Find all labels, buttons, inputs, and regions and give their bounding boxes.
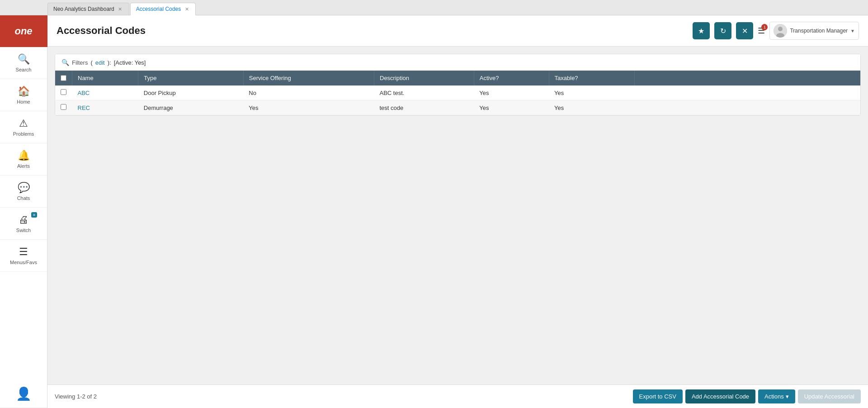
- row-checkbox-cell: [55, 100, 72, 115]
- filter-icon: 🔍: [61, 59, 69, 66]
- row-service-offering-cell: No: [243, 85, 374, 100]
- table-header-row: Name Type Service Offering Description A…: [55, 71, 860, 85]
- tab-bar: Neo Analytics Dashboard ✕ Accessorial Co…: [0, 0, 868, 15]
- viewing-text: Viewing 1-2 of 2: [55, 393, 97, 400]
- table-row: ABC Door Pickup No ABC test. Yes Yes: [55, 85, 860, 100]
- sidebar-alerts-label: Alerts: [17, 163, 30, 169]
- export-csv-button[interactable]: Export to CSV: [633, 389, 683, 403]
- row-taxable-cell: Yes: [549, 100, 634, 115]
- main-content: 🔍 Filters ( edit ): [Active: Yes]: [47, 47, 868, 384]
- table-header-taxable: Taxable?: [549, 71, 634, 85]
- refresh-button[interactable]: ↻: [714, 22, 731, 39]
- menus-favs-icon: ☰: [19, 246, 28, 258]
- row-description-cell: test code: [374, 100, 474, 115]
- row-extra-cell: [634, 100, 860, 115]
- table-header-name: Name: [72, 71, 138, 85]
- filter-edit-link[interactable]: edit: [95, 59, 105, 66]
- page-header: Accessorial Codes ★ ↻ ✕ ☰ 1: [47, 15, 868, 47]
- table-header-service-offering: Service Offering: [243, 71, 374, 85]
- switch-icon: 🖨: [19, 214, 28, 226]
- sidebar-item-alerts[interactable]: 🔔 Alerts: [0, 143, 47, 176]
- row-active-cell: Yes: [474, 100, 549, 115]
- tab-accessorial-codes-label: Accessorial Codes: [136, 6, 181, 12]
- table-header-description: Description: [374, 71, 474, 85]
- sidebar-item-home[interactable]: 🏠 Home: [0, 79, 47, 111]
- select-all-checkbox[interactable]: [61, 75, 66, 81]
- menu-badge: 1: [761, 24, 768, 30]
- sidebar-item-switch[interactable]: ≡ 🖨 Switch: [0, 208, 47, 240]
- filter-active-text: [Active: Yes]: [114, 59, 146, 66]
- switch-badge: ≡: [31, 212, 37, 218]
- actions-label: Actions: [764, 393, 784, 400]
- user-caret-icon: ▼: [850, 28, 855, 33]
- user-name: Transportation Manager: [790, 28, 848, 34]
- close-button[interactable]: ✕: [736, 22, 753, 39]
- problems-icon: ⚠: [19, 118, 28, 129]
- home-icon: 🏠: [18, 85, 30, 97]
- accessorial-codes-table: Name Type Service Offering Description A…: [55, 71, 860, 115]
- tab-neo-analytics[interactable]: Neo Analytics Dashboard ✕: [47, 3, 129, 15]
- avatar: [774, 24, 787, 38]
- sidebar-switch-label: Switch: [16, 228, 31, 233]
- sidebar-menus-favs-label: Menus/Favs: [10, 260, 37, 265]
- sidebar-item-search[interactable]: 🔍 Search: [0, 47, 47, 79]
- row-checkbox-cell: [55, 85, 72, 100]
- sidebar-item-chats[interactable]: 💬 Chats: [0, 176, 47, 208]
- row-name-link[interactable]: ABC: [78, 90, 90, 96]
- user-dropdown[interactable]: Transportation Manager ▼: [769, 22, 859, 40]
- update-accessorial-button[interactable]: Update Accessorial: [798, 389, 861, 403]
- chats-icon: 💬: [18, 182, 30, 194]
- user-profile-icon: 👤: [16, 386, 32, 401]
- tab-neo-analytics-close[interactable]: ✕: [117, 6, 123, 12]
- content-area: Accessorial Codes ★ ↻ ✕ ☰ 1: [47, 15, 868, 408]
- row-name-link[interactable]: REC: [78, 104, 90, 111]
- favorite-button[interactable]: ★: [693, 22, 710, 39]
- sidebar: one 🔍 Search 🏠 Home ⚠ Problems 🔔 Alerts …: [0, 15, 47, 408]
- row-type-cell: Demurrage: [138, 100, 243, 115]
- svg-point-1: [778, 27, 783, 31]
- data-panel: 🔍 Filters ( edit ): [Active: Yes]: [55, 54, 861, 116]
- page-title: Accessorial Codes: [57, 25, 146, 37]
- add-accessorial-code-button[interactable]: Add Accessorial Code: [685, 389, 755, 403]
- bottom-bar: Viewing 1-2 of 2 Export to CSV Add Acces…: [47, 384, 868, 408]
- sidebar-search-label: Search: [16, 67, 32, 72]
- main-layout: one 🔍 Search 🏠 Home ⚠ Problems 🔔 Alerts …: [0, 15, 868, 408]
- row-taxable-cell: Yes: [549, 85, 634, 100]
- filter-paren-close: ):: [108, 59, 111, 66]
- row-name-cell: ABC: [72, 85, 138, 100]
- sidebar-home-label: Home: [17, 99, 30, 104]
- filter-paren-open: (: [90, 59, 92, 66]
- table-header-extra: [634, 71, 860, 85]
- table-header-checkbox-col: [55, 71, 72, 85]
- table-header-active: Active?: [474, 71, 549, 85]
- actions-button[interactable]: Actions ▾: [758, 389, 795, 403]
- actions-caret-icon: ▾: [786, 393, 789, 400]
- row-description-cell: ABC test.: [374, 85, 474, 100]
- sidebar-problems-label: Problems: [13, 131, 34, 137]
- row-service-offering-cell: Yes: [243, 100, 374, 115]
- search-icon: 🔍: [18, 53, 30, 65]
- row-checkbox[interactable]: [61, 89, 66, 95]
- header-right: ★ ↻ ✕ ☰ 1 Transportation Manager: [693, 22, 859, 40]
- sidebar-chats-label: Chats: [17, 195, 30, 201]
- tab-accessorial-codes[interactable]: Accessorial Codes ✕: [130, 3, 196, 15]
- sidebar-item-problems[interactable]: ⚠ Problems: [0, 111, 47, 143]
- alerts-icon: 🔔: [18, 150, 30, 161]
- bottom-actions: Export to CSV Add Accessorial Code Actio…: [633, 389, 861, 403]
- row-active-cell: Yes: [474, 85, 549, 100]
- tab-neo-analytics-label: Neo Analytics Dashboard: [53, 6, 114, 12]
- table-header-type: Type: [138, 71, 243, 85]
- menu-button[interactable]: ☰ 1: [758, 26, 765, 36]
- row-type-cell: Door Pickup: [138, 85, 243, 100]
- filter-label: Filters: [72, 59, 88, 66]
- logo-text: one: [14, 25, 32, 37]
- sidebar-item-menus-favs[interactable]: ☰ Menus/Favs: [0, 240, 47, 272]
- row-checkbox[interactable]: [61, 104, 66, 110]
- filter-bar: 🔍 Filters ( edit ): [Active: Yes]: [55, 54, 860, 71]
- sidebar-item-user[interactable]: 👤: [0, 380, 47, 408]
- row-name-cell: REC: [72, 100, 138, 115]
- table-row: REC Demurrage Yes test code Yes Yes: [55, 100, 860, 115]
- sidebar-logo[interactable]: one: [0, 15, 47, 47]
- tab-accessorial-codes-close[interactable]: ✕: [184, 6, 190, 12]
- row-extra-cell: [634, 85, 860, 100]
